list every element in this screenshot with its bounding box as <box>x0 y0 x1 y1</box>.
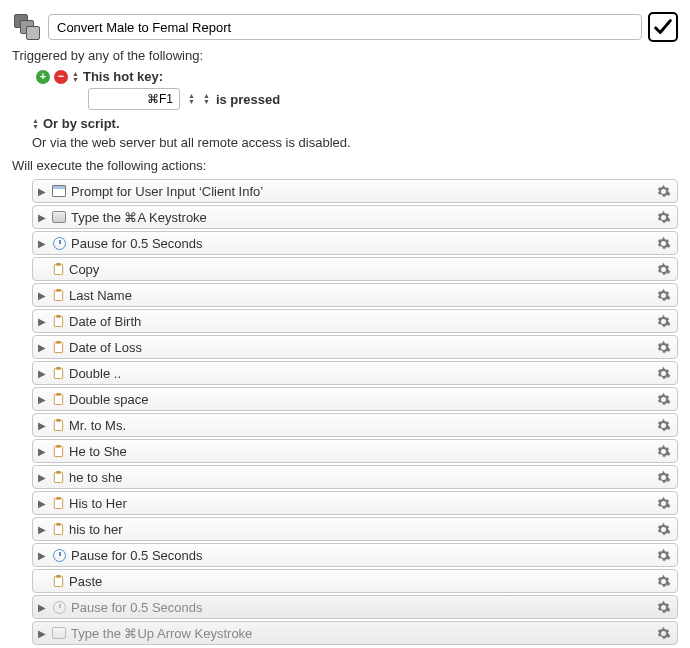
disclosure-triangle[interactable]: ▶ <box>37 498 47 509</box>
clipboard-icon <box>51 340 65 354</box>
disclosure-triangle[interactable]: ▶ <box>37 524 47 535</box>
clipboard-icon <box>51 314 65 328</box>
disclosure-triangle[interactable]: ▶ <box>37 368 47 379</box>
gear-icon[interactable] <box>655 521 671 537</box>
action-row[interactable]: ▶Mr. to Ms. <box>32 413 678 437</box>
add-trigger-button[interactable]: + <box>36 70 50 84</box>
action-row[interactable]: ▶Type the ⌘Up Arrow Keystroke <box>32 621 678 645</box>
gear-icon[interactable] <box>655 547 671 563</box>
action-label: his to her <box>69 522 651 537</box>
action-label: Pause for 0.5 Seconds <box>71 236 651 251</box>
remove-trigger-button[interactable]: − <box>54 70 68 84</box>
pressed-label: is pressed <box>216 92 280 107</box>
action-row[interactable]: Paste <box>32 569 678 593</box>
disclosure-triangle[interactable]: ▶ <box>37 342 47 353</box>
gear-icon[interactable] <box>655 625 671 641</box>
clipboard-icon <box>51 418 65 432</box>
hotkey-dropdown[interactable]: ▲▼ <box>186 93 197 105</box>
gear-icon[interactable] <box>655 495 671 511</box>
action-label: Pause for 0.5 Seconds <box>71 600 651 615</box>
actions-section-label: Will execute the following actions: <box>12 158 678 173</box>
gear-icon[interactable] <box>655 573 671 589</box>
keyboard-icon <box>51 625 67 641</box>
macro-icon <box>12 12 42 42</box>
hotkey-input[interactable] <box>88 88 180 110</box>
action-label: Paste <box>69 574 651 589</box>
action-label: Copy <box>69 262 651 277</box>
disclosure-triangle[interactable]: ▶ <box>37 472 47 483</box>
hotkey-label: This hot key: <box>83 69 163 84</box>
gear-icon[interactable] <box>655 469 671 485</box>
action-row[interactable]: ▶Date of Birth <box>32 309 678 333</box>
action-row[interactable]: ▶Pause for 0.5 Seconds <box>32 595 678 619</box>
gear-icon[interactable] <box>655 261 671 277</box>
clipboard-icon <box>51 288 65 302</box>
clipboard-icon <box>51 470 65 484</box>
clipboard-icon <box>51 262 65 276</box>
enable-checkbox[interactable] <box>648 12 678 42</box>
action-label: Double .. <box>69 366 651 381</box>
disclosure-triangle[interactable]: ▶ <box>37 186 47 197</box>
gear-icon[interactable] <box>655 183 671 199</box>
action-row[interactable]: ▶His to Her <box>32 491 678 515</box>
action-label: Date of Loss <box>69 340 651 355</box>
clipboard-icon <box>51 366 65 380</box>
action-row[interactable]: ▶Pause for 0.5 Seconds <box>32 543 678 567</box>
action-row[interactable]: Copy <box>32 257 678 281</box>
clipboard-icon <box>51 392 65 406</box>
action-row[interactable]: ▶his to her <box>32 517 678 541</box>
disclosure-triangle[interactable]: ▶ <box>37 290 47 301</box>
disclosure-triangle[interactable]: ▶ <box>37 550 47 561</box>
gear-icon[interactable] <box>655 287 671 303</box>
gear-icon[interactable] <box>655 391 671 407</box>
action-row[interactable]: ▶Pause for 0.5 Seconds <box>32 231 678 255</box>
action-label: Double space <box>69 392 651 407</box>
action-label: His to Her <box>69 496 651 511</box>
disclosure-triangle[interactable]: ▶ <box>37 394 47 405</box>
action-row[interactable]: ▶He to She <box>32 439 678 463</box>
pressed-stepper[interactable]: ▲▼ <box>203 93 210 105</box>
clock-icon <box>51 235 67 251</box>
disclosure-triangle[interactable]: ▶ <box>37 420 47 431</box>
trigger-type-stepper[interactable]: ▲▼ <box>72 71 79 83</box>
action-label: Type the ⌘A Keystroke <box>71 210 651 225</box>
gear-icon[interactable] <box>655 339 671 355</box>
action-row[interactable]: ▶Last Name <box>32 283 678 307</box>
gear-icon[interactable] <box>655 417 671 433</box>
clock-icon <box>51 547 67 563</box>
gear-icon[interactable] <box>655 443 671 459</box>
gear-icon[interactable] <box>655 209 671 225</box>
action-label: Mr. to Ms. <box>69 418 651 433</box>
disclosure-triangle[interactable]: ▶ <box>37 316 47 327</box>
clipboard-icon <box>51 522 65 536</box>
action-label: Last Name <box>69 288 651 303</box>
gear-icon[interactable] <box>655 599 671 615</box>
gear-icon[interactable] <box>655 313 671 329</box>
action-row[interactable]: ▶he to she <box>32 465 678 489</box>
clock-icon <box>51 599 67 615</box>
action-label: Pause for 0.5 Seconds <box>71 548 651 563</box>
action-label: He to She <box>69 444 651 459</box>
clipboard-icon <box>51 574 65 588</box>
action-row[interactable]: ▶Double .. <box>32 361 678 385</box>
disclosure-triangle[interactable]: ▶ <box>37 602 47 613</box>
window-icon <box>51 183 67 199</box>
disclosure-triangle[interactable]: ▶ <box>37 446 47 457</box>
disclosure-triangle[interactable]: ▶ <box>37 238 47 249</box>
action-label: Prompt for User Input ‘Client Info’ <box>71 184 651 199</box>
clipboard-icon <box>51 496 65 510</box>
script-stepper[interactable]: ▲▼ <box>32 118 39 130</box>
action-row[interactable]: ▶Date of Loss <box>32 335 678 359</box>
disclosure-triangle[interactable]: ▶ <box>37 628 47 639</box>
action-label: Date of Birth <box>69 314 651 329</box>
macro-title-input[interactable] <box>48 14 642 40</box>
gear-icon[interactable] <box>655 235 671 251</box>
script-label: Or by script. <box>43 116 120 131</box>
action-label: Type the ⌘Up Arrow Keystroke <box>71 626 651 641</box>
action-row[interactable]: ▶Prompt for User Input ‘Client Info’ <box>32 179 678 203</box>
action-row[interactable]: ▶Type the ⌘A Keystroke <box>32 205 678 229</box>
webserver-label: Or via the web server but all remote acc… <box>32 135 678 150</box>
gear-icon[interactable] <box>655 365 671 381</box>
disclosure-triangle[interactable]: ▶ <box>37 212 47 223</box>
action-row[interactable]: ▶Double space <box>32 387 678 411</box>
